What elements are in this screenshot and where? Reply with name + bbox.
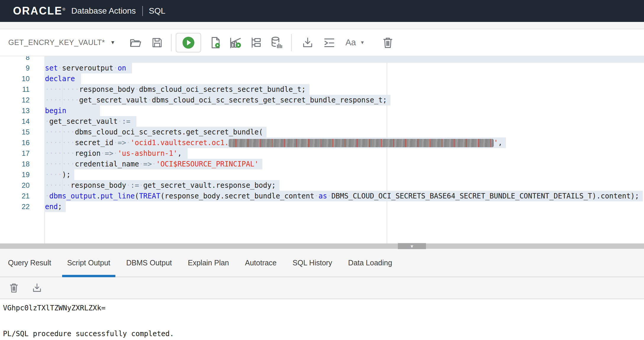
- code-line: 14·get_secret_vault·:=: [0, 116, 644, 127]
- tab-data-loading[interactable]: Data Loading: [340, 249, 400, 277]
- font-size-caret: ▼: [360, 40, 365, 45]
- worksheet-toolbar: GET_ENCRY_KEY_VAULT* ▼: [0, 29, 644, 56]
- code-line: 11········response_body·dbms_cloud_oci_s…: [0, 84, 644, 95]
- run-script-button[interactable]: [209, 36, 222, 49]
- format-indent-icon: [322, 36, 336, 49]
- tab-script-output[interactable]: Script Output: [59, 249, 118, 277]
- tab-autotrace[interactable]: Autotrace: [237, 249, 285, 277]
- code-line-text: set·serveroutput·on: [45, 63, 126, 73]
- code-line: 18·······credential_name·=>·'OCI$RESOURC…: [0, 159, 644, 169]
- hierarchy-icon: [250, 36, 263, 49]
- chart-run-icon: [229, 36, 243, 49]
- line-number: 21: [0, 191, 30, 201]
- code-line-text: ·······credential_name·=>·'OCI$RESOURCE_…: [45, 159, 259, 169]
- line-number: 22: [0, 201, 30, 212]
- code-line-text: ······response_body·:=·get_secret_vault.…: [45, 180, 276, 191]
- indent-guide: [62, 127, 63, 191]
- clear-worksheet-button[interactable]: [381, 36, 394, 49]
- app-title: SQL: [149, 6, 165, 16]
- code-line: 19····);: [0, 169, 644, 180]
- code-line: 20······response_body·:=·get_secret_vaul…: [0, 180, 644, 191]
- code-line-text: ·get_secret_vault·:=: [45, 116, 130, 127]
- code-line: 8: [0, 56, 644, 63]
- code-line-text: ····);: [45, 169, 71, 180]
- app-header: ORACLE® Database Actions SQL: [0, 0, 644, 22]
- font-size-label: Aa: [346, 38, 356, 47]
- save-worksheet-button[interactable]: [151, 36, 163, 49]
- open-worksheet-button[interactable]: [129, 36, 142, 49]
- line-number: 13: [0, 105, 30, 116]
- code-line: 17·······region·=>·'us-ashburn-1',: [0, 148, 644, 159]
- code-line: 21·dbms_output.put_line(TREAT(response_b…: [0, 191, 644, 201]
- toolbar-divider: [291, 34, 292, 51]
- code-line: 15·······dbms_cloud_oci_sc_secrets.get_s…: [0, 127, 644, 137]
- download-icon: [31, 282, 43, 294]
- explain-plan-button[interactable]: [250, 36, 263, 49]
- result-tabbar: Query ResultScript OutputDBMS OutputExpl…: [0, 249, 644, 277]
- worksheet-name[interactable]: GET_ENCRY_KEY_VAULT*: [8, 38, 105, 47]
- trash-icon: [8, 282, 20, 294]
- editor-rows: 89set·serveroutput·on10declare11········…: [0, 56, 644, 212]
- code-line: 12········get_secret_vault·dbms_cloud_oc…: [0, 95, 644, 105]
- line-number: 8: [0, 56, 30, 63]
- selection-highlight: [44, 56, 644, 63]
- line-number: 19: [0, 169, 30, 180]
- code-line: 9set·serveroutput·on: [0, 63, 644, 73]
- indent-guide: [62, 84, 63, 105]
- code-line: 16·······secret_id·=>·'ocid1.vaultsecret…: [0, 137, 644, 148]
- script-output-panel: VGhpc0lzTXlTZWNyZXRLZXk= PL/SQL procedur…: [0, 299, 644, 339]
- header-substrip: [0, 22, 644, 29]
- code-editor[interactable]: 89set·serveroutput·on10declare11········…: [0, 56, 644, 243]
- code-line: 10declare: [0, 73, 644, 84]
- save-icon: [151, 36, 163, 49]
- collapse-down-icon: ▼: [410, 244, 414, 248]
- product-title: Database Actions: [71, 6, 136, 16]
- line-number: 14: [0, 116, 30, 127]
- tab-query-result[interactable]: Query Result: [0, 249, 59, 277]
- sql-monitor-button[interactable]: [270, 36, 283, 49]
- code-line-text: ·dbms_output.put_line(TREAT(response_bod…: [45, 191, 639, 201]
- format-button[interactable]: [322, 36, 336, 49]
- line-number: 15: [0, 127, 30, 137]
- line-number: 16: [0, 137, 30, 148]
- clear-output-button[interactable]: [8, 282, 20, 294]
- download-output-button[interactable]: [31, 282, 43, 294]
- script-output-text: VGhpc0lzTXlTZWNyZXRLZXk= PL/SQL procedur…: [3, 304, 644, 338]
- code-line-text: end;: [45, 201, 62, 212]
- run-statement-button[interactable]: [176, 33, 201, 52]
- code-line-text: declare: [45, 73, 75, 84]
- run-statement-icon: [181, 36, 196, 50]
- database-stats-icon: [270, 36, 283, 49]
- font-size-button[interactable]: Aa ▼: [346, 38, 365, 47]
- tab-explain-plan[interactable]: Explain Plan: [180, 249, 237, 277]
- header-divider: [142, 6, 143, 16]
- line-number: 9: [0, 63, 30, 73]
- code-line-text: ·······secret_id·=>·'ocid1.vaultsecret.o…: [45, 137, 502, 148]
- line-number: 12: [0, 95, 30, 105]
- line-number: 18: [0, 159, 30, 169]
- download-button[interactable]: [301, 36, 314, 49]
- code-line: 13begin: [0, 105, 644, 116]
- line-number: 10: [0, 73, 30, 84]
- code-line-text: ·······region·=>·'us-ashburn-1',: [45, 148, 182, 159]
- code-line-text: ·······dbms_cloud_oci_sc_secrets.get_sec…: [45, 127, 263, 137]
- line-number: 20: [0, 180, 30, 191]
- code-line-text: ········response_body·dbms_cloud_oci_sec…: [45, 84, 306, 95]
- tab-dbms-output[interactable]: DBMS Output: [118, 249, 180, 277]
- run-script-icon: [209, 36, 222, 49]
- code-line: 22end;: [0, 201, 644, 212]
- oracle-logo: ORACLE®: [13, 5, 66, 17]
- folder-open-icon: [129, 36, 142, 49]
- worksheet-dropdown-caret[interactable]: ▼: [110, 40, 115, 46]
- output-toolbar: [0, 277, 644, 299]
- registered-mark: ®: [62, 7, 66, 12]
- tab-sql-history[interactable]: SQL History: [285, 249, 340, 277]
- panel-splitter[interactable]: ▼: [0, 243, 644, 249]
- code-line-text: begin: [45, 105, 66, 116]
- download-icon: [301, 36, 314, 49]
- redacted-secret: [229, 139, 494, 147]
- line-number: 17: [0, 148, 30, 159]
- trash-icon: [381, 36, 394, 49]
- splitter-collapse-handle[interactable]: ▼: [398, 243, 426, 249]
- autotrace-button[interactable]: [229, 36, 243, 49]
